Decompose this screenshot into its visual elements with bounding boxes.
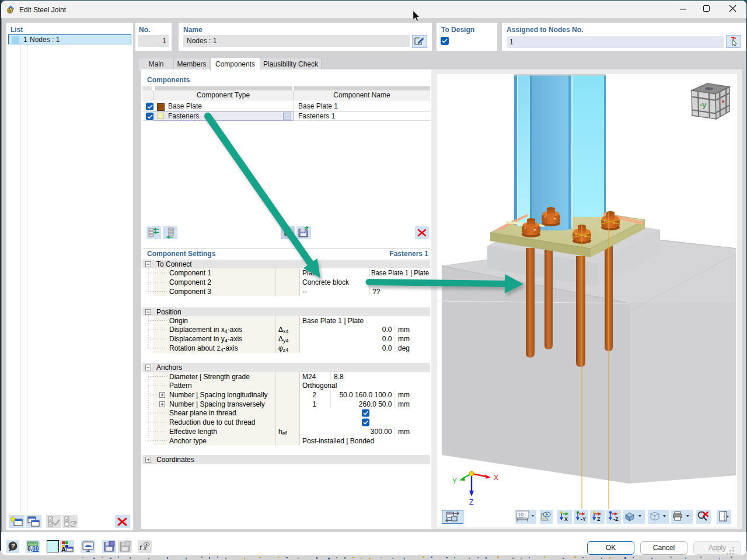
svg-text:Coordinates: Coordinates: [156, 456, 194, 464]
svg-text:A: A: [61, 546, 66, 553]
svg-text:Rotation about z4-axis: Rotation about z4-axis: [169, 344, 238, 353]
svg-text:x: x: [143, 544, 147, 551]
svg-text:-Z: -Z: [613, 516, 619, 522]
svg-text:Base Plate 1 | Plate: Base Plate 1 | Plate: [371, 269, 429, 277]
svg-text:Base Plate 1 | Plate: Base Plate 1 | Plate: [302, 317, 364, 325]
svg-text:Component 2: Component 2: [169, 278, 211, 286]
svg-text:Anchors: Anchors: [156, 363, 182, 372]
svg-text:f: f: [139, 543, 142, 552]
svg-text:Plate: Plate: [302, 269, 319, 277]
svg-text:??: ??: [372, 288, 381, 296]
svg-text:X: X: [564, 516, 568, 522]
svg-text:Z: Z: [597, 516, 601, 522]
svg-text:deg: deg: [398, 344, 410, 352]
svg-text:Effective length: Effective length: [169, 428, 217, 436]
svg-text:Reduction due to cut thread: Reduction due to cut thread: [169, 418, 255, 426]
svg-text:Z: Z: [469, 498, 473, 506]
svg-text:mm: mm: [398, 400, 410, 408]
svg-text:0.0: 0.0: [382, 344, 392, 352]
svg-text:Component 1: Component 1: [169, 269, 211, 277]
svg-text:mm: mm: [398, 428, 410, 436]
svg-text:Number | Spacing transversely: Number | Spacing transversely: [169, 400, 265, 408]
svg-text:Number | Spacing longitudinall: Number | Spacing longitudinally: [169, 391, 268, 399]
svg-text:-y: -y: [700, 100, 707, 109]
svg-text:Pattern: Pattern: [169, 382, 192, 390]
svg-text:8.8: 8.8: [334, 373, 344, 381]
svg-text:--: --: [302, 288, 307, 296]
svg-text:Post-installed | Bonded: Post-installed | Bonded: [302, 437, 374, 445]
svg-text:mm: mm: [398, 391, 410, 399]
svg-text:-Y: -Y: [581, 516, 586, 522]
svg-text:Component 3: Component 3: [169, 288, 211, 296]
svg-text:Concrete block: Concrete block: [302, 278, 350, 286]
svg-text:To Connect: To Connect: [156, 260, 192, 268]
svg-text:mm: mm: [398, 335, 410, 343]
svg-text:0.00: 0.00: [27, 545, 39, 552]
svg-text:0.0: 0.0: [382, 326, 392, 334]
svg-text:Diameter | Strength grade: Diameter | Strength grade: [169, 373, 250, 381]
svg-text:Orthogonal: Orthogonal: [302, 382, 337, 390]
svg-text:Position: Position: [156, 308, 181, 316]
svg-text:?: ?: [11, 542, 15, 550]
svg-text:1: 1: [312, 400, 316, 408]
svg-text:Displacement in y4-axis: Displacement in y4-axis: [169, 335, 242, 344]
svg-text:mm: mm: [398, 326, 410, 334]
svg-text:Shear plane in thread: Shear plane in thread: [169, 409, 236, 417]
svg-text:Origin: Origin: [169, 317, 188, 325]
svg-text:Fasteners 1: Fasteners 1: [389, 250, 428, 258]
svg-text:10: 10: [518, 512, 523, 517]
svg-text:M24: M24: [302, 373, 316, 381]
svg-text:0.0: 0.0: [382, 335, 392, 343]
svg-text:2: 2: [312, 391, 316, 399]
svg-text:300.00: 300.00: [371, 428, 392, 436]
svg-text:Component Settings: Component Settings: [147, 250, 216, 258]
svg-text:X: X: [494, 474, 498, 482]
svg-text:Y: Y: [452, 477, 457, 485]
svg-text:Anchor type: Anchor type: [169, 437, 207, 445]
svg-text:Displacement in x4-axis: Displacement in x4-axis: [169, 326, 242, 334]
svg-text:260.0 50.0: 260.0 50.0: [359, 400, 392, 408]
svg-text:50.0 160.0 100.0: 50.0 160.0 100.0: [339, 391, 392, 399]
